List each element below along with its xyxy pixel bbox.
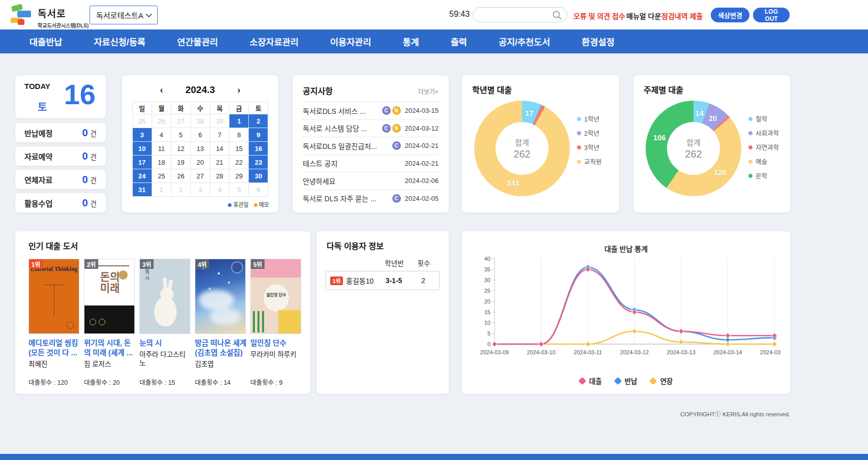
calendar-day[interactable]: 12: [171, 142, 191, 156]
calendar-day[interactable]: 26: [171, 169, 191, 183]
calendar-day[interactable]: 2: [249, 114, 268, 128]
notices-list: 독서로DLS 서비스 ...CN2024-03-15독서로 시스템 담당 ...…: [303, 102, 439, 207]
calendar-next-button[interactable]: ›: [238, 85, 241, 95]
calendar-day[interactable]: 19: [171, 156, 191, 169]
calendar-day[interactable]: 30: [249, 169, 268, 183]
calendar-day[interactable]: 13: [191, 142, 210, 156]
book-cover[interactable]: 2위돈의 미래: [84, 259, 135, 334]
calendar-day[interactable]: 29: [210, 114, 229, 128]
search-icon[interactable]: [552, 10, 562, 20]
notice-row[interactable]: 독서로 DLS 자주 묻는 ...C2024-02-05: [303, 190, 439, 207]
inspection-submit-link[interactable]: 점검내역 제출: [661, 11, 703, 21]
cover-art-shape: [54, 285, 54, 316]
calendar-day[interactable]: 28: [210, 169, 229, 183]
calendar-day[interactable]: 20: [191, 156, 210, 169]
calendar-day[interactable]: 27: [171, 114, 191, 128]
notice-row[interactable]: 독서로DLS 일괄진급처...C2024-02-21: [303, 137, 439, 155]
nav-item[interactable]: 대출반납: [30, 35, 62, 48]
reader-name: 홍길동10: [346, 275, 376, 286]
calendar-day[interactable]: 17: [133, 156, 152, 169]
book-title[interactable]: 방금 떠나온 세계 (김초엽 소설집): [195, 339, 247, 358]
calendar-day[interactable]: 10: [133, 142, 152, 156]
calendar-day[interactable]: 24: [133, 169, 152, 183]
color-change-button[interactable]: 색상변경: [711, 8, 749, 22]
nav-item[interactable]: 통계: [402, 35, 419, 48]
book-title[interactable]: 일인칭 단수: [250, 339, 302, 348]
calendar-day[interactable]: 3: [191, 183, 210, 197]
nav-item[interactable]: 공지/추천도서: [499, 35, 550, 48]
notice-row[interactable]: 독서로DLS 서비스 ...CN2024-03-15: [303, 102, 439, 119]
notice-row[interactable]: 독서로 시스템 담당 ...CN2024-03-12: [303, 119, 439, 137]
calendar-day[interactable]: 2: [171, 183, 191, 197]
book-cover[interactable]: 3위눈의 시: [139, 259, 190, 334]
nav-item[interactable]: 소장자료관리: [249, 35, 299, 48]
notices-more-link[interactable]: 더보기+: [418, 87, 439, 96]
nav-item[interactable]: 자료신청/등록: [94, 35, 145, 48]
nav-item[interactable]: 연간물관리: [177, 35, 218, 48]
book-item: 5위일인칭 단수일인칭 단수무라카미 하루키대출횟수 : 9: [250, 259, 302, 387]
notice-item-title: 독서로DLS 서비스 ...: [303, 106, 381, 116]
notice-row[interactable]: 안녕하세요2024-02-06: [303, 172, 439, 190]
notice-item-title: 안녕하세요: [303, 176, 401, 186]
calendar-day[interactable]: 21: [210, 156, 229, 169]
book-title[interactable]: 위기의 시대, 돈의 미래 (세계 ...: [84, 339, 136, 358]
stat-card[interactable]: 반납예정0건: [15, 123, 106, 142]
calendar-day[interactable]: 9: [249, 128, 268, 142]
calendar-day[interactable]: 25: [152, 169, 171, 183]
calendar-day[interactable]: 6: [249, 183, 268, 197]
calendar-day[interactable]: 8: [229, 128, 249, 142]
calendar-day[interactable]: 1: [229, 114, 249, 128]
logout-button[interactable]: LOG OUT: [753, 8, 790, 22]
calendar-day[interactable]: 29: [229, 169, 249, 183]
popular-books-card: 인기 대출 도서 1위Editorial Thinking에디토리얼 씽킹 (모…: [15, 231, 310, 394]
legend-dot: [748, 117, 753, 121]
app-logo[interactable]: 독서로 학교도서관시스템(DLS): [10, 4, 89, 29]
stat-card[interactable]: 활용수업0건: [15, 193, 106, 212]
calendar-day[interactable]: 3: [133, 128, 152, 142]
calendar-day[interactable]: 6: [191, 128, 210, 142]
calendar-day[interactable]: 1: [152, 183, 171, 197]
calendar-day[interactable]: 5: [171, 128, 191, 142]
calendar-day[interactable]: 11: [152, 142, 171, 156]
stat-label: 자료예약: [24, 151, 52, 162]
calendar-day[interactable]: 14: [210, 142, 229, 156]
book-rank-badge: 5위: [251, 259, 265, 269]
calendar-day[interactable]: 16: [249, 142, 268, 156]
calendar-day[interactable]: 18: [152, 156, 171, 169]
manual-download-link[interactable]: 매뉴얼 다운: [626, 11, 661, 21]
calendar-day[interactable]: 25: [133, 114, 152, 128]
notice-badge-c: C: [382, 106, 391, 115]
notice-item-title: 독서로 시스템 담당 ...: [303, 123, 381, 133]
book-cover[interactable]: 4위: [195, 259, 246, 334]
calendar-day[interactable]: 4: [210, 183, 229, 197]
notice-row[interactable]: 테스트 공지2024-02-21: [303, 155, 439, 172]
loan-return-stats-card: 대출 반납 통계 05101520253035402024-03-092024-…: [462, 231, 790, 394]
stat-card[interactable]: 자료예약0건: [15, 146, 106, 166]
school-selector[interactable]: 독서로테스트A: [90, 6, 158, 24]
search-input[interactable]: [480, 9, 550, 20]
stat-value-wrap: 0건: [82, 127, 97, 139]
calendar-day[interactable]: 15: [229, 142, 249, 156]
error-report-link[interactable]: 오류 및 의견 접수: [573, 11, 625, 21]
calendar-day[interactable]: 4: [152, 128, 171, 142]
book-title[interactable]: 눈의 시: [139, 339, 191, 348]
calendar-day[interactable]: 22: [229, 156, 249, 169]
calendar-day[interactable]: 27: [191, 169, 210, 183]
stat-card[interactable]: 연체자료0건: [15, 170, 106, 189]
cover-art-shape: [210, 308, 241, 325]
calendar-day[interactable]: 28: [191, 114, 210, 128]
calendar-day[interactable]: 5: [229, 183, 249, 197]
calendar-day[interactable]: 23: [249, 156, 268, 169]
calendar-prev-button[interactable]: ‹: [160, 85, 163, 95]
book-cover[interactable]: 1위Editorial Thinking: [28, 259, 79, 334]
reader-row[interactable]: 1위홍길동103-1-52: [326, 271, 440, 290]
nav-item[interactable]: 이용자관리: [330, 35, 371, 48]
calendar-day[interactable]: 26: [152, 114, 171, 128]
calendar-day[interactable]: 31: [133, 183, 152, 197]
line-legend-item: 연장: [650, 376, 673, 386]
nav-item[interactable]: 출력: [451, 35, 467, 48]
book-title[interactable]: 에디토리얼 씽킹 (모든 것이 다 ...: [28, 339, 80, 358]
nav-item[interactable]: 환경설정: [582, 35, 614, 48]
calendar-day[interactable]: 7: [210, 128, 229, 142]
book-cover[interactable]: 5위일인칭 단수: [250, 259, 301, 334]
